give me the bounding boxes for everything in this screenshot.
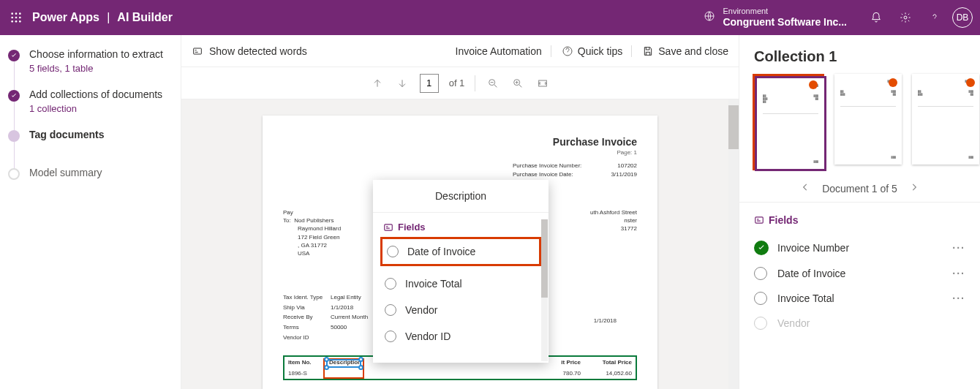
thumb-3[interactable]: ██ ███ ██████████ ███	[912, 74, 979, 170]
arrow-down-icon[interactable]	[395, 76, 410, 91]
svg-point-7	[15, 20, 18, 23]
active-step-icon	[8, 130, 20, 142]
radio-icon	[754, 267, 767, 280]
pending-step-icon	[8, 168, 20, 180]
svg-rect-17	[385, 224, 393, 230]
popup-field-invoice-total[interactable]: Invoice Total	[373, 271, 549, 297]
radio-icon	[385, 278, 396, 290]
svg-point-2	[19, 12, 21, 15]
cmd-label: Save and close	[658, 45, 728, 57]
svg-point-8	[19, 20, 21, 23]
environment-picker[interactable]: Environment Congruent Software Inc...	[704, 7, 847, 29]
popup-field-date-of-invoice[interactable]: Date of Invoice	[382, 239, 539, 264]
brand-sub: AI Builder	[117, 11, 173, 23]
svg-point-1	[15, 12, 18, 15]
cmd-label: Quick tips	[578, 45, 622, 57]
show-detected-words-button[interactable]: Show detected words	[192, 45, 307, 57]
check-circle-icon	[754, 241, 769, 255]
popup-title: Description	[373, 180, 549, 213]
page-number-input[interactable]	[420, 74, 439, 93]
field-label: Vendor	[777, 317, 810, 329]
document-thumbnails: ██ ███ ████████████ ███ ██ ███ █████████…	[739, 74, 980, 170]
more-icon[interactable]: ···	[952, 292, 965, 304]
step-tag-documents[interactable]: Tag documents	[29, 129, 173, 140]
document-editor: Show detected words Invoice Automation Q…	[181, 35, 739, 389]
field-label: Vendor ID	[405, 331, 451, 342]
svg-point-10	[904, 16, 907, 19]
thumb-2[interactable]: ██ ███ ██████████ ███	[834, 74, 902, 170]
doc-meta: Purchase Invoice Number:107202 Purchase …	[283, 162, 637, 179]
step-title: Add collections of documents	[29, 88, 173, 100]
command-bar: Show detected words Invoice Automation Q…	[181, 35, 739, 67]
step-title: Tag documents	[29, 129, 173, 140]
field-label: Invoice Total	[405, 278, 462, 290]
env-name: Congruent Software Inc...	[723, 16, 847, 29]
quick-tips-button[interactable]: Quick tips	[562, 45, 632, 57]
doc-right-date: 1/1/2018	[594, 317, 617, 324]
chevron-left-icon[interactable]	[800, 182, 810, 194]
untagged-dot-icon	[809, 80, 818, 89]
highlight-date-of-invoice: Date of Invoice	[380, 237, 541, 266]
step-choose-info[interactable]: Choose information to extract 5 fields, …	[29, 48, 173, 74]
app-launcher-icon[interactable]	[7, 9, 25, 26]
svg-rect-12	[194, 48, 202, 54]
popup-scrollbar[interactable]	[541, 219, 548, 361]
popup-section-fields: Fields	[373, 213, 549, 237]
field-date-of-invoice[interactable]: Date of Invoice ···	[754, 261, 974, 286]
chevron-right-icon[interactable]	[909, 182, 919, 194]
step-subtitle: 1 collection	[29, 103, 173, 114]
notifications-icon[interactable]	[862, 0, 891, 35]
more-icon[interactable]: ···	[952, 268, 965, 279]
pager-label: Document 1 of 5	[822, 183, 897, 194]
project-name: Invoice Automation	[456, 45, 551, 57]
globe-icon	[704, 10, 715, 25]
viewer-toolbar: of 1	[181, 67, 739, 99]
popup-field-vendor[interactable]: Vendor	[373, 297, 549, 323]
wizard-steps: Choose information to extract 5 fields, …	[0, 35, 181, 389]
zoom-in-icon[interactable]	[510, 76, 525, 91]
field-tag-popup: Description Fields Date of Invoice Invoi…	[373, 180, 549, 363]
document-canvas[interactable]: Purchase Invoice Page: 1 Purchase Invoic…	[181, 99, 739, 389]
doc-page-num: Page: 1	[283, 149, 637, 156]
page-of-label: of 1	[449, 78, 465, 88]
fit-width-icon[interactable]	[535, 76, 550, 91]
selection-box[interactable]	[326, 359, 361, 368]
vertical-scrollbar[interactable]	[728, 99, 739, 389]
field-invoice-number[interactable]: Invoice Number ···	[754, 235, 974, 261]
step-title: Choose information to extract	[29, 48, 173, 60]
popup-field-vendor-id[interactable]: Vendor ID	[373, 323, 549, 350]
field-label: Date of Invoice	[407, 246, 475, 257]
env-label: Environment	[723, 7, 847, 16]
untagged-dot-icon	[966, 78, 975, 87]
step-subtitle: 5 fields, 1 table	[29, 63, 173, 74]
svg-point-5	[19, 17, 21, 19]
thumb-1-selected[interactable]: ██ ███ ████████████ ███	[753, 74, 824, 170]
radio-icon	[754, 292, 767, 305]
arrow-up-icon[interactable]	[370, 76, 385, 91]
save-and-close-button[interactable]: Save and close	[642, 45, 728, 57]
radio-icon	[754, 317, 767, 330]
more-icon[interactable]: ···	[952, 242, 965, 254]
collection-title: Collection 1	[739, 35, 980, 74]
svg-rect-18	[755, 217, 764, 223]
user-avatar[interactable]: DB	[952, 7, 973, 28]
field-label: Date of Invoice	[777, 268, 845, 279]
brand-title: Power Apps | AI Builder	[32, 11, 173, 24]
field-label: Vendor	[405, 304, 437, 316]
radio-icon	[385, 304, 396, 316]
step-model-summary[interactable]: Model summary	[29, 167, 173, 178]
zoom-out-icon[interactable]	[486, 76, 500, 91]
step-add-collections[interactable]: Add collections of documents 1 collectio…	[29, 88, 173, 114]
radio-icon	[385, 331, 396, 342]
help-icon[interactable]	[920, 0, 949, 35]
top-bar: Power Apps | AI Builder Environment Cong…	[0, 0, 980, 35]
svg-point-0	[11, 12, 13, 15]
settings-icon[interactable]	[891, 0, 920, 35]
field-label: Invoice Total	[777, 292, 834, 304]
field-vendor[interactable]: Vendor	[754, 311, 974, 336]
svg-point-3	[11, 17, 13, 19]
fields-list: Fields Invoice Number ··· Date of Invoic…	[739, 203, 980, 336]
radio-icon	[387, 246, 399, 257]
field-invoice-total[interactable]: Invoice Total ···	[754, 286, 974, 311]
brand-main: Power Apps	[32, 11, 99, 23]
